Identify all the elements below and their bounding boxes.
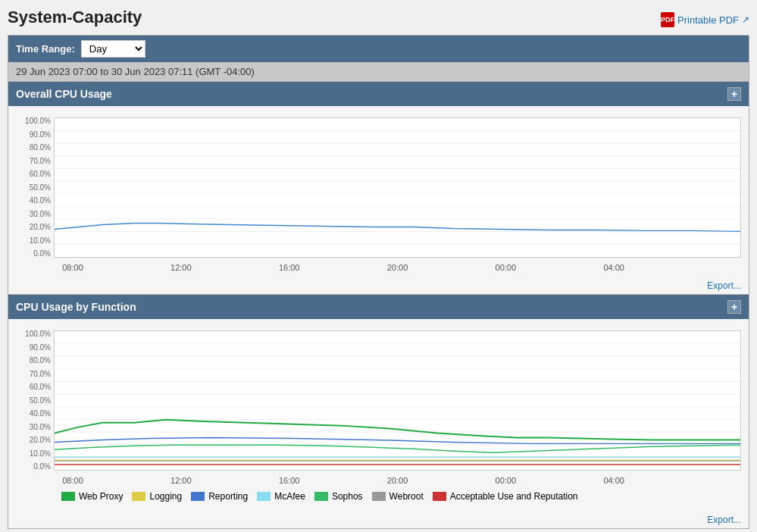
section1-svg [55, 118, 740, 257]
page-title: System-Capacity [8, 8, 749, 27]
section2-svg [55, 331, 740, 470]
legend-item-webroot: Webroot [372, 491, 424, 502]
legend-label-sophos: Sophos [332, 491, 363, 502]
time-range-select[interactable]: Day Hour Week Month Year [81, 40, 145, 58]
section2-export[interactable]: Export... [8, 512, 749, 528]
section1-export[interactable]: Export... [8, 277, 749, 294]
section2-expand-btn[interactable]: + [727, 300, 741, 314]
legend-item-logging: Logging [132, 491, 182, 502]
printable-pdf-link[interactable]: PDF Printable PDF ↗ [661, 12, 749, 27]
legend-label-webroot: Webroot [389, 491, 424, 502]
section1-header[interactable]: Overall CPU Usage + [8, 82, 749, 106]
time-range-label: Time Range: [16, 43, 75, 55]
legend-swatch-mcafee [257, 492, 271, 501]
section1-chart-wrapper: 100.0% 90.0% 80.0% 70.0% 60.0% 50.0% 40.… [16, 117, 741, 258]
legend-label-mcafee: McAfee [274, 491, 305, 502]
time-range-bar: Time Range: Day Hour Week Month Year [8, 36, 749, 62]
section2-chart [54, 330, 741, 471]
legend-swatch-webproxy [61, 492, 75, 501]
legend-item-reporting: Reporting [191, 491, 248, 502]
legend-label-reporting: Reporting [208, 491, 248, 502]
section2-chart-wrapper: 100.0% 90.0% 80.0% 70.0% 60.0% 50.0% 40.… [16, 330, 741, 471]
main-container: Time Range: Day Hour Week Month Year 29 … [8, 35, 749, 529]
legend-label-acceptable-use: Acceptable Use and Reputation [450, 491, 578, 502]
section1-chart [54, 117, 741, 258]
legend-swatch-logging [132, 492, 145, 501]
legend-item-mcafee: McAfee [257, 491, 305, 502]
section2-title: CPU Usage by Function [16, 301, 136, 313]
printable-pdf-label: Printable PDF [677, 14, 739, 26]
section1-x-axis: 08:00 12:00 16:00 20:00 00:00 04:00 [54, 261, 741, 274]
pdf-icon: PDF [661, 12, 674, 27]
legend-swatch-acceptable-use [433, 492, 446, 501]
legend-label-logging: Logging [149, 491, 182, 502]
section1-chart-container: 100.0% 90.0% 80.0% 70.0% 60.0% 50.0% 40.… [8, 106, 749, 277]
section1-y-axis: 100.0% 90.0% 80.0% 70.0% 60.0% 50.0% 40.… [16, 117, 54, 258]
legend-label-webproxy: Web Proxy [79, 491, 123, 502]
legend-item-webproxy: Web Proxy [61, 491, 123, 502]
date-range-bar: 29 Jun 2023 07:00 to 30 Jun 2023 07:11 (… [8, 62, 749, 82]
section2-x-axis: 08:00 12:00 16:00 20:00 00:00 04:00 [54, 474, 741, 487]
external-link-icon: ↗ [742, 14, 749, 25]
section2-y-axis: 100.0% 90.0% 80.0% 70.0% 60.0% 50.0% 40.… [16, 330, 54, 471]
legend-item-acceptable-use: Acceptable Use and Reputation [433, 491, 578, 502]
section1-title: Overall CPU Usage [16, 88, 112, 100]
section2-chart-container: 100.0% 90.0% 80.0% 70.0% 60.0% 50.0% 40.… [8, 319, 749, 512]
legend-swatch-sophos [314, 492, 328, 501]
chart2-legend: Web Proxy Logging Reporting McAfee Sopho… [16, 487, 741, 508]
section2-header[interactable]: CPU Usage by Function + [8, 295, 749, 319]
legend-item-sophos: Sophos [314, 491, 363, 502]
legend-swatch-webroot [372, 492, 386, 501]
section1-expand-btn[interactable]: + [727, 87, 741, 101]
date-range-text: 29 Jun 2023 07:00 to 30 Jun 2023 07:11 (… [16, 66, 255, 77]
legend-swatch-reporting [191, 492, 205, 501]
